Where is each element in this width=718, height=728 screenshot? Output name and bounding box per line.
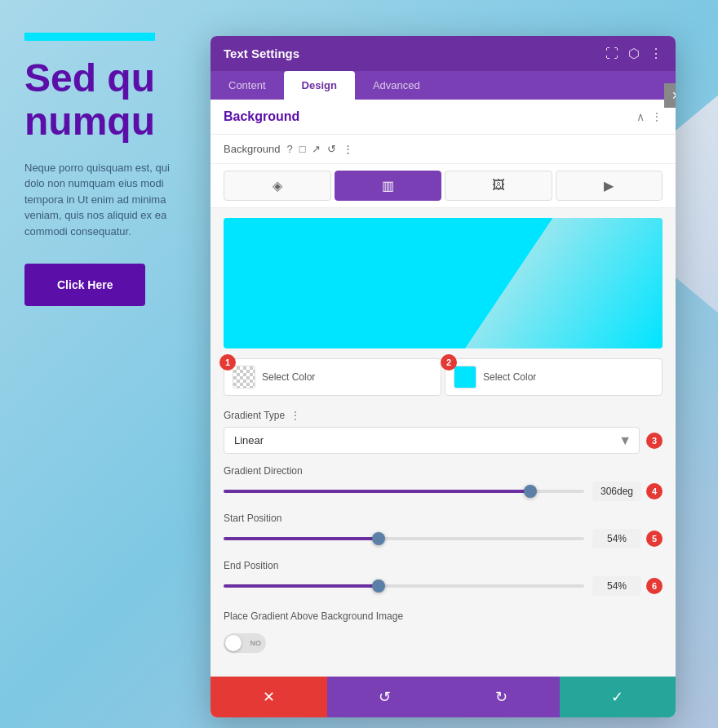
start-position-label: Start Position [224, 513, 663, 524]
panel-title: Text Settings [224, 47, 299, 60]
gradient-cyan-shape [224, 218, 663, 348]
gradient-direction-thumb[interactable] [524, 485, 537, 498]
start-position-track [224, 537, 584, 540]
arrow-icon[interactable]: ↗ [312, 143, 321, 155]
background-toolbar: Background ? □ ↗ ↺ ⋮ [211, 135, 676, 164]
tab-content[interactable]: Content [211, 71, 284, 100]
panel-close-button[interactable]: ✕ [664, 83, 676, 108]
cancel-button[interactable]: ✕ [211, 677, 327, 717]
tab-design[interactable]: Design [284, 71, 355, 100]
color2-label: Select Color [483, 371, 536, 383]
toggle-knob [225, 635, 242, 651]
color-picker-2[interactable]: 2 Select Color [445, 358, 663, 396]
split-icon[interactable]: ⬡ [628, 46, 640, 61]
color-picker-1[interactable]: 1 Select Color [224, 358, 441, 396]
start-position-value-box: 5 [592, 529, 663, 548]
end-position-row: End Position 6 [224, 560, 663, 596]
gradient-type-dots[interactable]: ⋮ [290, 409, 301, 422]
end-position-thumb[interactable] [372, 579, 385, 593]
bg-type-none[interactable]: ◈ [224, 171, 331, 201]
gradient-direction-row: Gradient Direction 4 [224, 465, 663, 501]
end-position-slider-container [224, 584, 584, 588]
background-section-header: Background ∧ ⋮ [211, 100, 676, 135]
cyan-bar [24, 33, 155, 41]
bg-type-image[interactable]: 🖼 [445, 171, 552, 201]
help-icon[interactable]: ? [286, 143, 292, 155]
gradient-direction-value[interactable] [592, 482, 641, 501]
page-content: Sed qu numqu Neque porro quisquam est, q… [0, 0, 212, 728]
end-position-value-box: 6 [592, 576, 663, 596]
section-title: Background [224, 109, 299, 124]
end-position-slider-row: 6 [224, 576, 663, 596]
end-position-track [224, 584, 584, 588]
page-body-text: Neque porro quisquam est, qui dolo non n… [24, 160, 188, 240]
reset-icon[interactable]: ↺ [327, 143, 336, 155]
start-position-badge: 5 [646, 530, 663, 547]
form-section: Gradient Type ⋮ Linear Radial Conic ▼ 3 [211, 402, 676, 676]
panel-tabs: Content Design Advanced [211, 71, 676, 100]
color1-badge: 1 [219, 354, 236, 371]
gradient-toggle[interactable]: NO [224, 633, 266, 653]
place-gradient-section: Place Gradient Above Background Image NO [224, 607, 663, 669]
panel-body: Background ∧ ⋮ Background ? □ ↗ ↺ ⋮ ◈ ▥ … [211, 100, 676, 717]
end-position-value[interactable] [592, 576, 641, 596]
gradient-type-select-wrapper: Linear Radial Conic ▼ [224, 427, 640, 454]
gradient-direction-value-box: 4 [592, 482, 663, 501]
click-here-button[interactable]: Click Here [24, 264, 145, 306]
text-settings-panel: Text Settings ⛶ ⬡ ⋮ Content Design Advan… [211, 36, 676, 717]
gradient-direction-badge: 4 [646, 483, 663, 499]
section-more-icon[interactable]: ⋮ [651, 110, 663, 123]
gradient-preview [224, 218, 663, 348]
bg-toolbar-label: Background [224, 143, 280, 155]
gradient-direction-fill [224, 490, 530, 493]
color2-badge: 2 [441, 354, 457, 371]
gradient-direction-track [224, 490, 584, 493]
end-position-badge: 6 [646, 578, 663, 594]
bg-type-tabs: ◈ ▥ 🖼 ▶ [211, 164, 676, 208]
color2-swatch [454, 366, 476, 388]
color1-swatch [233, 366, 255, 388]
gradient-type-label: Gradient Type ⋮ [224, 409, 663, 422]
section-header-right: ∧ ⋮ [636, 110, 663, 123]
start-position-value[interactable] [592, 529, 641, 548]
panel-header: Text Settings ⛶ ⬡ ⋮ [211, 36, 676, 71]
collapse-icon[interactable]: ∧ [636, 110, 645, 123]
toggle-row: NO [224, 627, 663, 659]
start-position-fill [224, 537, 379, 540]
gradient-type-select[interactable]: Linear Radial Conic [224, 427, 640, 454]
start-position-slider-row: 5 [224, 529, 663, 548]
page-heading: Sed qu numqu [24, 57, 188, 144]
confirm-button[interactable]: ✓ [560, 677, 676, 717]
reset-button[interactable]: ↺ [327, 677, 444, 717]
end-position-fill [224, 584, 379, 588]
gradient-direction-label: Gradient Direction [224, 465, 663, 477]
color-pickers-row: 1 Select Color 2 Select Color [211, 358, 676, 396]
panel-footer: ✕ ↺ ↻ ✓ [211, 676, 676, 717]
more-icon[interactable]: ⋮ [649, 46, 663, 61]
end-position-label: End Position [224, 560, 663, 571]
panel-header-icons: ⛶ ⬡ ⋮ [605, 46, 663, 61]
start-position-row: Start Position 5 [224, 513, 663, 548]
start-position-slider-container [224, 537, 584, 540]
gradient-direction-slider-container [224, 490, 584, 493]
gradient-direction-slider-row: 4 [224, 482, 663, 501]
toggle-text: NO [250, 639, 262, 647]
start-position-thumb[interactable] [372, 532, 385, 545]
bg-type-gradient[interactable]: ▥ [335, 171, 442, 201]
dots-icon[interactable]: ⋮ [343, 143, 353, 155]
place-gradient-label: Place Gradient Above Background Image [224, 610, 663, 622]
redo-button[interactable]: ↻ [443, 677, 560, 717]
gradient-preview-inner [224, 218, 663, 348]
color1-label: Select Color [262, 371, 315, 383]
tab-advanced[interactable]: Advanced [355, 71, 438, 100]
bg-type-video[interactable]: ▶ [556, 171, 663, 201]
gradient-type-badge: 3 [646, 433, 663, 449]
gradient-type-row: Gradient Type ⋮ Linear Radial Conic ▼ 3 [224, 409, 663, 454]
fullscreen-icon[interactable]: ⛶ [605, 47, 618, 61]
device-icon[interactable]: □ [299, 143, 306, 155]
